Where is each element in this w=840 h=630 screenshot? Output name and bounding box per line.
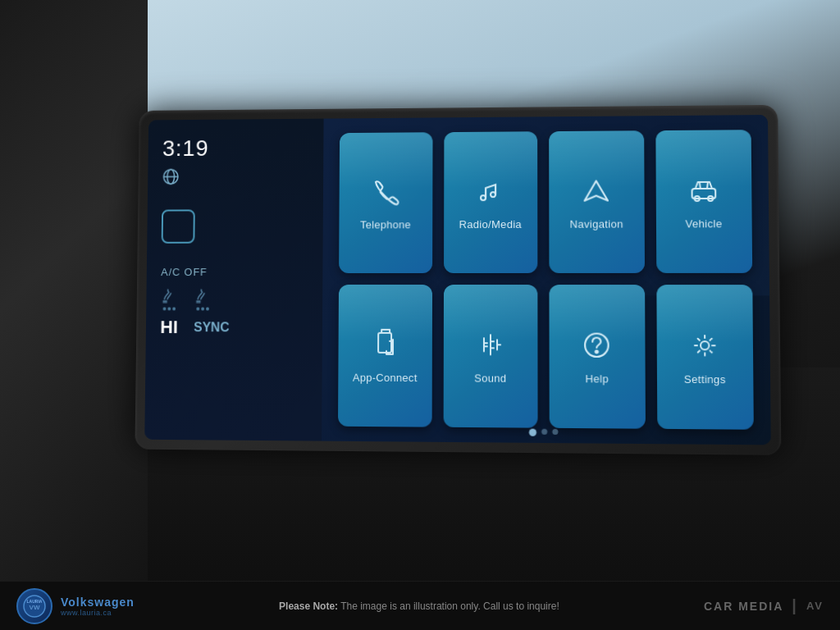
svg-point-4 bbox=[491, 192, 495, 197]
vehicle-button[interactable]: Vehicle bbox=[655, 130, 752, 273]
svg-point-19 bbox=[596, 350, 598, 353]
footer-brand: CAR MEDIA | AV bbox=[704, 596, 824, 615]
svg-rect-9 bbox=[378, 332, 391, 352]
footer-bar: LAURIA VW Volkswagen www.lauria.ca Pleas… bbox=[0, 581, 840, 630]
svg-marker-5 bbox=[585, 180, 608, 200]
climate-icons bbox=[161, 286, 308, 311]
page-dot-3[interactable] bbox=[552, 429, 558, 435]
interior-left-panel bbox=[0, 0, 148, 630]
svg-point-20 bbox=[701, 341, 709, 349]
temp-label: HI bbox=[160, 317, 178, 338]
settings-icon bbox=[687, 328, 721, 366]
logo-name: Volkswagen bbox=[61, 596, 135, 609]
help-icon bbox=[580, 328, 614, 366]
time-display: 3:19 bbox=[162, 135, 309, 162]
app-connect-button[interactable]: App-Connect bbox=[338, 285, 432, 427]
infotainment-screen: 3:19 A/C OFF bbox=[144, 115, 771, 445]
svg-point-3 bbox=[481, 195, 486, 200]
home-button[interactable] bbox=[162, 209, 195, 243]
sound-icon bbox=[474, 328, 507, 365]
vehicle-icon bbox=[687, 173, 720, 210]
seat-heat-right-icon bbox=[194, 286, 212, 311]
lauria-logo-circle: LAURIA VW bbox=[16, 588, 52, 624]
logo-text: Volkswagen www.lauria.ca bbox=[61, 596, 135, 617]
ac-label: A/C OFF bbox=[161, 266, 308, 278]
logo-sub: www.lauria.ca bbox=[61, 609, 135, 617]
footer-divider: | bbox=[792, 596, 798, 615]
menu-grid: Telephone Radio/Media bbox=[338, 130, 754, 430]
navigation-label: Navigation bbox=[570, 217, 623, 230]
footer-note: Please Note: The image is an illustratio… bbox=[135, 600, 704, 612]
screen-left-panel: 3:19 A/C OFF bbox=[144, 119, 323, 441]
navigation-icon bbox=[580, 174, 614, 211]
ac-display: A/C OFF bbox=[160, 266, 308, 338]
radio-media-button[interactable]: Radio/Media bbox=[444, 131, 538, 273]
seat-heat-left-icon bbox=[161, 286, 179, 311]
app-connect-label: App-Connect bbox=[353, 371, 418, 383]
telephone-label: Telephone bbox=[360, 218, 411, 231]
settings-button[interactable]: Settings bbox=[656, 285, 754, 430]
footer-note-text: Please Note: The image is an illustratio… bbox=[279, 600, 559, 612]
page-dot-1[interactable] bbox=[529, 429, 536, 436]
radio-media-label: Radio/Media bbox=[459, 217, 522, 230]
page-dot-2[interactable] bbox=[541, 429, 547, 435]
telephone-icon bbox=[369, 175, 402, 212]
help-button[interactable]: Help bbox=[549, 285, 645, 429]
page-dots bbox=[529, 429, 558, 436]
app-connect-icon bbox=[368, 327, 401, 364]
infotainment-bezel: 3:19 A/C OFF bbox=[135, 105, 781, 455]
car-media-label: CAR MEDIA bbox=[704, 600, 783, 613]
vehicle-label: Vehicle bbox=[685, 217, 722, 230]
footer-logo: LAURIA VW Volkswagen www.lauria.ca bbox=[16, 588, 135, 624]
sound-button[interactable]: Sound bbox=[443, 285, 537, 428]
sync-label: SYNC bbox=[194, 320, 230, 335]
screen-right-panel: Telephone Radio/Media bbox=[322, 115, 771, 445]
globe-icon bbox=[162, 168, 179, 186]
settings-label: Settings bbox=[684, 372, 726, 386]
radio-media-icon bbox=[474, 175, 507, 212]
help-label: Help bbox=[586, 372, 609, 385]
navigation-button[interactable]: Navigation bbox=[549, 130, 644, 273]
av-label: AV bbox=[806, 600, 824, 612]
svg-text:VW: VW bbox=[30, 604, 40, 611]
sound-label: Sound bbox=[474, 372, 506, 384]
telephone-button[interactable]: Telephone bbox=[339, 132, 432, 273]
temperature-row: HI SYNC bbox=[160, 317, 308, 338]
